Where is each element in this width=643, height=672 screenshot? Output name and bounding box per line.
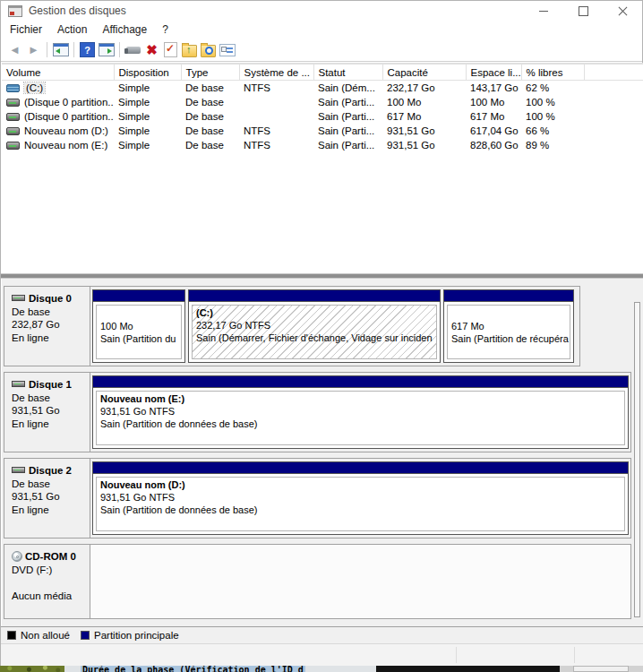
close-button[interactable]: [603, 1, 642, 21]
toolbar-separator: [47, 42, 47, 57]
col-statut[interactable]: Statut: [313, 65, 382, 81]
volume-label: Nouveau nom (D:): [24, 125, 108, 136]
cd-rom-icon: [12, 551, 22, 562]
disk-management-app-icon: [8, 5, 22, 17]
partition-c[interactable]: (C:) 232,17 Go NTFS Sain (Démarrer, Fich…: [188, 289, 441, 363]
minimize-button[interactable]: [524, 1, 563, 21]
cell-filesystem: NTFS: [239, 124, 313, 138]
partition-d[interactable]: Nouveau nom (D:) 931,51 Go NTFS Sain (Pa…: [92, 461, 629, 535]
disk1-header[interactable]: Disque 1 De base 931,51 Go En ligne: [4, 373, 90, 452]
toolbar-separator: [73, 42, 74, 57]
col-systeme[interactable]: Système de ...: [239, 65, 313, 81]
cell-statut: Sain (Parti...: [313, 95, 382, 109]
col-empty: [584, 65, 643, 81]
disk2-partition-area: Nouveau nom (D:) 931,51 Go NTFS Sain (Pa…: [90, 459, 630, 538]
back-icon[interactable]: [5, 41, 24, 59]
legend-bar: Non alloué Partition principale: [1, 626, 643, 643]
col-volume[interactable]: Volume: [2, 65, 114, 81]
properties-fields-icon[interactable]: [218, 41, 236, 59]
console-tool-icon[interactable]: [124, 41, 142, 59]
col-pct-libres[interactable]: % libres: [521, 65, 584, 81]
partition-status: Sain (Partition de données de base): [100, 504, 621, 516]
tool-icon: [126, 47, 141, 54]
disk-name: Disque 0: [29, 293, 72, 304]
cell-pct-libres: 100 %: [521, 109, 584, 124]
disk-management-window: Gestion des disques Fichier Action Affic…: [0, 0, 643, 666]
help-icon[interactable]: ?: [78, 41, 97, 59]
partition-primary-bar: [93, 290, 184, 302]
cell-capacite: 232,17 Go: [382, 81, 466, 96]
partition-primary-bar: [189, 290, 440, 302]
open-folder-icon[interactable]: [180, 41, 199, 59]
background-terminal-scrollbar: [573, 666, 629, 672]
hard-disk-icon: [12, 467, 25, 473]
disk0-partition-area: 100 Mo Sain (Partition du (C:) 232,17 Go…: [90, 287, 579, 366]
background-terminal-text: Durée de la phase (Vérification de l'ID …: [81, 666, 305, 672]
disk0-header[interactable]: Disque 0 De base 232,87 Go En ligne: [4, 287, 90, 366]
cdrom-empty-area[interactable]: [90, 545, 630, 618]
partition-size: 100 Mo: [100, 320, 177, 332]
check-document-icon[interactable]: [161, 41, 180, 59]
partition-system-reserved[interactable]: 100 Mo Sain (Partition du: [92, 289, 185, 363]
background-terminal: Durée de la phase (Vérification de l'ID …: [64, 666, 376, 672]
delete-volume-icon[interactable]: [142, 41, 161, 59]
cell-filesystem: NTFS: [239, 138, 313, 152]
cell-espace-libre: 617,04 Go: [466, 124, 521, 138]
show-console-tree-icon[interactable]: [51, 41, 70, 59]
cell-pct-libres: 66 %: [521, 124, 584, 138]
col-type[interactable]: Type: [181, 65, 239, 81]
volume-row-c[interactable]: (C:) Simple De base NTFS Sain (Dém... 23…: [2, 81, 643, 96]
cell-disposition: Simple: [114, 95, 181, 109]
disk2-header[interactable]: Disque 2 De base 931,51 Go En ligne: [4, 459, 90, 538]
cell-statut: Sain (Parti...: [313, 138, 382, 152]
background-terminal-right: [560, 666, 643, 672]
menu-action[interactable]: Action: [57, 22, 95, 38]
drive-icon-gray: [6, 127, 20, 135]
cdrom-header[interactable]: CD-ROM 0 DVD (F:) Aucun média: [4, 545, 90, 618]
forward-icon[interactable]: [24, 41, 43, 59]
volume-row-d[interactable]: Nouveau nom (D:) Simple De base NTFS Sai…: [2, 124, 643, 138]
drive-icon-gray: [6, 142, 20, 150]
partition-size: 232,17 Go NTFS: [196, 319, 433, 332]
legend-primary-partition-label: Partition principale: [94, 630, 179, 641]
show-action-pane-icon[interactable]: [97, 41, 116, 59]
partition-name: Nouveau nom (D:): [100, 478, 621, 491]
volume-label: (Disque 0 partition...: [24, 111, 114, 122]
disk-row-2: Disque 2 De base 931,51 Go En ligne Nouv…: [4, 458, 631, 538]
maximize-button[interactable]: [563, 1, 603, 21]
volume-row-e[interactable]: Nouveau nom (E:) Simple De base NTFS Sai…: [2, 138, 643, 152]
menu-help[interactable]: ?: [162, 22, 176, 38]
cell-pct-libres: 89 %: [521, 138, 584, 152]
disk-status: En ligne: [12, 504, 88, 517]
partition-status: Sain (Partition de données de base): [100, 418, 621, 430]
disk-size: 232,87 Go: [12, 318, 88, 332]
folder-up-icon: [182, 45, 197, 57]
legend-unallocated-swatch: [7, 631, 16, 640]
disk-type: De base: [12, 478, 88, 491]
cell-disposition: Simple: [114, 138, 181, 152]
partition-name: Nouveau nom (E:): [100, 392, 621, 405]
cell-type: De base: [181, 124, 239, 138]
drive-icon-gray: [6, 99, 20, 107]
partition-recovery[interactable]: 617 Mo Sain (Partition de récupéra: [443, 289, 574, 363]
cell-type: De base: [181, 138, 239, 152]
toolbar: ?: [1, 39, 642, 62]
vertical-scrollbar[interactable]: [634, 302, 640, 617]
explore-folder-icon[interactable]: [199, 41, 218, 59]
cdrom-row: CD-ROM 0 DVD (F:) Aucun média: [4, 544, 631, 619]
volume-row-partition1[interactable]: (Disque 0 partition... Simple De base Sa…: [2, 95, 643, 109]
cdrom-name: CD-ROM 0: [25, 551, 76, 562]
cell-filesystem: NTFS: [239, 81, 313, 96]
disk-size: 931,51 Go: [12, 490, 88, 504]
disk-status: En ligne: [12, 332, 88, 345]
cell-type: De base: [181, 95, 239, 109]
menu-affichage[interactable]: Affichage: [102, 22, 155, 38]
menubar: Fichier Action Affichage ?: [1, 21, 642, 39]
partition-e[interactable]: Nouveau nom (E:) 931,51 Go NTFS Sain (Pa…: [92, 375, 629, 449]
menu-fichier[interactable]: Fichier: [10, 22, 50, 38]
volume-row-partition2[interactable]: (Disque 0 partition... Simple De base Sa…: [2, 109, 643, 124]
window-controls: [524, 1, 642, 21]
col-disposition[interactable]: Disposition: [114, 65, 181, 81]
col-espace-libre[interactable]: Espace li...: [466, 65, 521, 81]
col-capacite[interactable]: Capacité: [382, 65, 466, 81]
